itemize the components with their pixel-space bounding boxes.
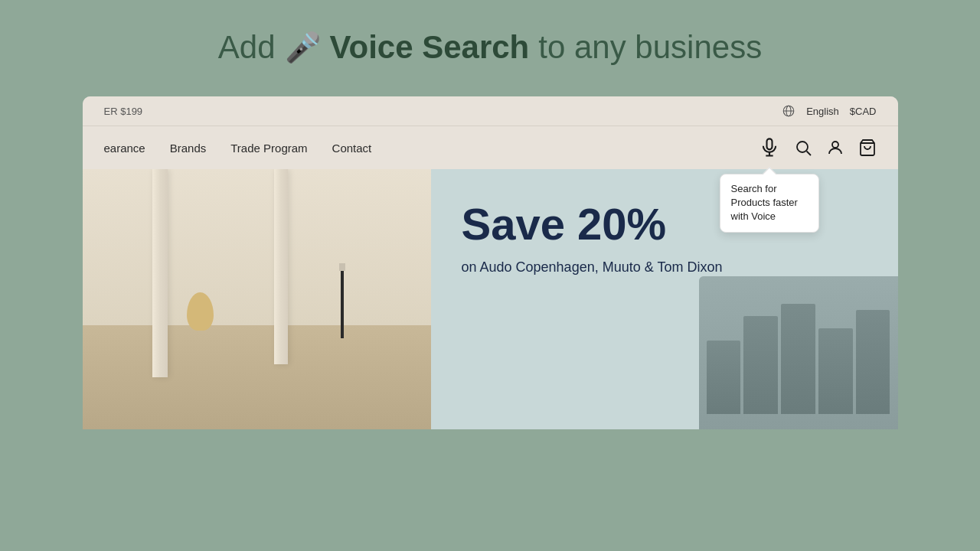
hero-banner: Add 🎤 Voice Search to any business (0, 0, 980, 96)
shelf-item (818, 328, 853, 414)
product-image (699, 276, 898, 429)
promo-panel: Save 20% on Audo Copenhagen, Muuto & Tom… (431, 169, 898, 429)
candle-stick-decor (341, 269, 344, 338)
room-floor (83, 325, 431, 429)
svg-point-8 (832, 142, 838, 148)
hero-prefix: Add (218, 29, 276, 66)
search-icon (794, 139, 812, 157)
store-container: ER $199 English $CAD earance Brands Trad… (83, 96, 898, 429)
shelf-item (707, 341, 741, 414)
nav-trade-program[interactable]: Trade Program (230, 142, 307, 155)
user-icon (826, 139, 844, 157)
nav-brands[interactable]: Brands (170, 142, 207, 155)
room-wall (83, 169, 431, 325)
nav-clearance[interactable]: earance (104, 142, 145, 155)
top-bar: ER $199 English $CAD (83, 96, 898, 126)
nav-icons: Search for Products faster with Voice (759, 137, 877, 158)
room-column-left (152, 169, 168, 377)
hero-highlight: Voice Search (330, 29, 530, 66)
hero-image-panel (83, 169, 431, 429)
room-illustration (83, 169, 431, 429)
nav-bar: earance Brands Trade Program Contact Sea… (83, 126, 898, 169)
svg-point-6 (797, 142, 808, 152)
promo-text: ER $199 (104, 106, 143, 117)
top-bar-right: English $CAD (782, 104, 876, 118)
nav-contact[interactable]: Contact (332, 142, 372, 155)
account-button[interactable] (826, 139, 844, 157)
cart-button[interactable] (858, 139, 877, 157)
globe-icon (782, 104, 795, 118)
search-button[interactable] (794, 139, 812, 157)
voice-search-button[interactable] (759, 137, 780, 158)
svg-line-7 (806, 152, 811, 156)
promo-subtitle: on Audo Copenhagen, Muuto & Tom Dixon (462, 259, 867, 276)
mic-icon-hero: 🎤 (285, 31, 321, 64)
language-selector[interactable]: English (806, 106, 839, 117)
hero-title: Add 🎤 Voice Search to any business (15, 29, 965, 66)
mic-button-wrapper: Search for Products faster with Voice (759, 137, 780, 158)
voice-search-tooltip: Search for Products faster with Voice (720, 174, 819, 233)
room-column-right (274, 169, 288, 364)
hero-suffix: to any business (538, 29, 762, 66)
shelf-item (743, 316, 778, 414)
shelf-item (781, 304, 815, 414)
product-shelf (699, 276, 898, 429)
svg-rect-3 (766, 139, 772, 149)
shelf-item (856, 310, 890, 414)
cart-icon (858, 139, 877, 157)
microphone-icon (759, 137, 780, 158)
nav-links: earance Brands Trade Program Contact (104, 142, 372, 155)
shelf-items (707, 292, 890, 414)
currency-selector[interactable]: $CAD (850, 106, 877, 117)
